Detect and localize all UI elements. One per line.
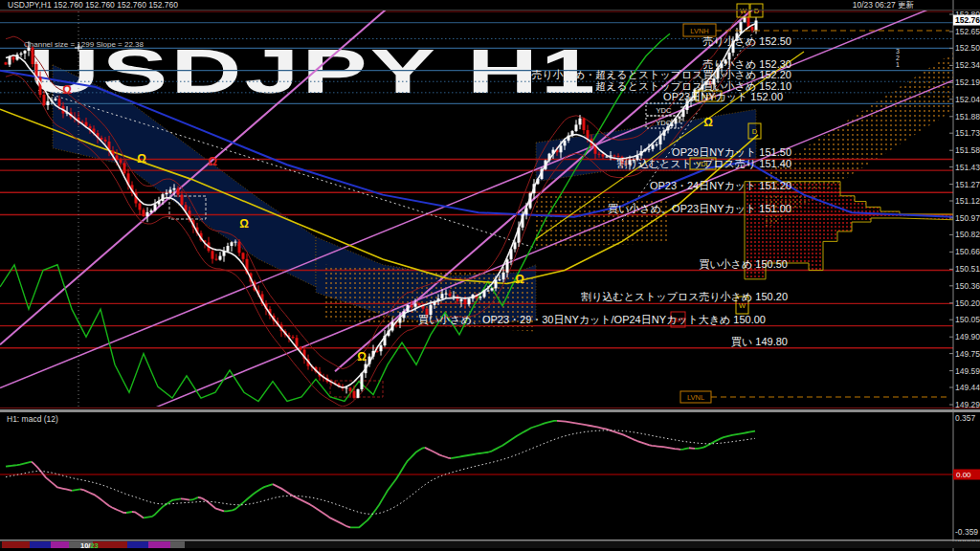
label-text: W <box>740 7 747 15</box>
trading-chart-window: USDJPY H1 Channel size = 1299 Slope = 22… <box>0 0 980 551</box>
candle-body <box>598 154 601 155</box>
count-digit: 1 <box>896 61 900 68</box>
candle-body <box>479 297 482 298</box>
macd-min-label: -0.359 <box>955 527 978 537</box>
candle-body <box>487 291 490 292</box>
price-tick-label: 152.500 <box>955 43 980 53</box>
candle-body <box>177 188 180 195</box>
candle-body <box>231 242 234 246</box>
label-text: YDC <box>657 106 672 115</box>
candle-body <box>617 156 620 157</box>
candle-body <box>20 54 23 55</box>
candle-body <box>143 209 145 216</box>
trade-note: 割り込むとストップロス売り 151.40 <box>617 158 791 169</box>
candle-body <box>751 27 754 31</box>
price-tick-label: 149.750 <box>955 349 980 359</box>
candle-body <box>602 154 605 156</box>
trade-note: 売り小さめ・超えるとストップロス買い小さめ 152.20 <box>531 69 791 80</box>
session-segment <box>2 541 30 548</box>
omega-marker: Ω <box>208 155 217 168</box>
candle-body <box>215 259 218 260</box>
candle-body <box>234 242 237 243</box>
price-tick-label: 152.190 <box>955 77 980 87</box>
candle-body <box>744 17 746 22</box>
candle-body <box>491 288 494 290</box>
candle-body <box>453 296 456 297</box>
candle-body <box>583 119 586 130</box>
omega-marker: Ω <box>515 273 524 286</box>
candle-body <box>345 387 348 388</box>
trade-note: 売り小さめ 152.30 <box>703 58 791 70</box>
symbol-ohlc-label: USDJPY,H1 152.760 152.760 152.760 152.76… <box>8 0 178 10</box>
count-digit: 3 <box>896 48 900 55</box>
price-tick-label: 151.275 <box>955 180 980 189</box>
candle-body <box>32 48 34 64</box>
label-text: YDO <box>656 119 671 127</box>
candle-body <box>468 298 471 304</box>
candle-body <box>9 56 11 64</box>
candle-body <box>682 110 685 117</box>
candle-body <box>579 119 582 125</box>
candle-body <box>173 188 176 190</box>
label-text: LVNH <box>690 27 708 35</box>
price-tick-label: 150.055 <box>955 315 980 324</box>
candle-body <box>560 145 563 152</box>
price-tick-label: 150.665 <box>955 247 980 256</box>
chart-canvas[interactable]: USDJPY H1 Channel size = 1299 Slope = 22… <box>0 0 980 551</box>
candle-body <box>47 101 50 105</box>
price-tick-label: 151.885 <box>955 112 980 121</box>
macd-max-label: 0.357 <box>955 413 976 423</box>
svg-text:152.760: 152.760 <box>955 15 980 25</box>
candle-body <box>55 99 57 100</box>
candle-body <box>219 256 222 260</box>
trade-note: 売り小さめ 152.50 <box>703 35 791 47</box>
trade-note: 買い小さめ 150.50 <box>700 258 788 270</box>
candle-body <box>648 149 651 150</box>
price-tick-label: 152.040 <box>955 95 980 104</box>
price-tick-label: 152.345 <box>955 60 980 70</box>
session-segment <box>170 541 185 548</box>
trade-note: OP23日NYカット 152.00 <box>663 91 783 102</box>
candle-body <box>154 205 157 211</box>
candle-body <box>506 259 509 273</box>
candle-body <box>43 95 46 105</box>
candle-body <box>411 305 413 307</box>
candle-body <box>575 124 578 131</box>
candle-body <box>445 294 448 295</box>
candle-body <box>242 253 245 258</box>
session-segment <box>30 541 51 548</box>
candle-body <box>28 48 31 51</box>
candle-body <box>502 273 505 279</box>
candle-body <box>460 299 463 301</box>
trade-note: 買い 149.80 <box>731 336 788 347</box>
candle-body <box>123 163 126 173</box>
current-price-tag: 152.760 <box>953 15 980 26</box>
candle-body <box>146 212 149 216</box>
price-tick-label: 152.650 <box>955 27 980 36</box>
candle-body <box>353 391 356 398</box>
candle-body <box>238 242 241 253</box>
svg-text:0.00: 0.00 <box>956 471 971 479</box>
price-tick-label: 150.205 <box>955 298 980 308</box>
candle-body <box>449 294 452 297</box>
candle-body <box>181 195 184 206</box>
price-tick-label: 150.970 <box>955 213 980 223</box>
candle-body <box>679 117 681 119</box>
label-text: D <box>754 7 760 15</box>
candle-body <box>499 279 501 280</box>
indicator-label: H1: macd (12) <box>7 414 58 424</box>
trade-note: OP29日NYカット 151.50 <box>672 146 791 158</box>
candle-body <box>464 299 467 304</box>
label-text: D <box>752 127 758 136</box>
candle-body <box>755 20 758 30</box>
candle-body <box>24 51 27 54</box>
macd-zero-tag: 0.00 <box>953 470 980 480</box>
candle-body <box>166 193 168 195</box>
candle-body <box>414 303 417 306</box>
candle-body <box>227 246 230 252</box>
candle-body <box>139 203 142 209</box>
pane-separator <box>0 409 980 412</box>
omega-marker: Ω <box>62 83 72 97</box>
candle-body <box>5 62 8 64</box>
candle-body <box>292 337 295 338</box>
